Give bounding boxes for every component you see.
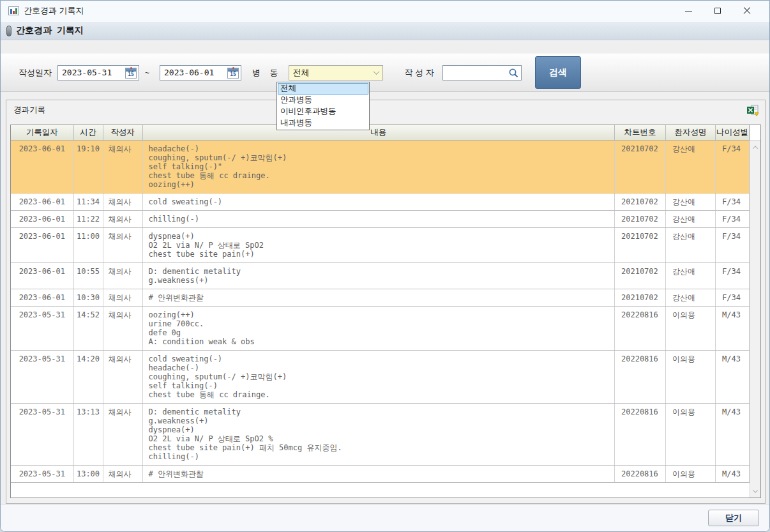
dialog-footer: 닫기: [1, 504, 769, 531]
calendar-icon[interactable]: 15: [227, 68, 239, 79]
table-row[interactable]: 2023-06-01 10:30 채의사 # 안위변화관찰 20210702 강…: [11, 289, 750, 306]
minimize-button[interactable]: [674, 1, 703, 20]
col-header-chart-no[interactable]: 차트번호: [615, 125, 666, 140]
date-range-separator: ~: [145, 68, 149, 77]
ward-selected-value: 전체: [289, 67, 370, 79]
filter-bar: 작성일자 15 ~ 15 병 동 전체 작 성 자 검색: [1, 53, 769, 92]
table-row[interactable]: 2023-05-31 14:20 채의사 cold sweating(-) he…: [11, 350, 750, 403]
page-header: 간호경과 기록지: [1, 21, 769, 40]
scrollbar-header-spacer: [750, 125, 760, 141]
date-range-label: 작성일자: [19, 67, 52, 79]
author-label: 작 성 자: [404, 67, 434, 79]
window-title: 간호경과 기록지: [24, 5, 84, 17]
app-chart-icon: [8, 6, 19, 15]
calendar-icon[interactable]: 15: [125, 68, 137, 79]
date-to-field: 15: [160, 65, 241, 80]
excel-export-icon[interactable]: [746, 104, 759, 117]
table-row[interactable]: 2023-06-01 11:34 채의사 cold sweating(-) 20…: [11, 193, 750, 210]
scroll-up-button[interactable]: [750, 142, 760, 153]
table-row[interactable]: 2023-05-31 14:52 채의사 oozing(++) urine 70…: [11, 306, 750, 350]
progress-table: 기록일자 시간 작성자 내용 차트번호 환자성명 나이성별 2023-06-01: [10, 125, 761, 498]
ward-option-ophthalmology[interactable]: 안과병동: [278, 95, 368, 106]
ward-dropdown-button[interactable]: [370, 66, 382, 80]
search-icon[interactable]: [508, 68, 519, 81]
group-title: 경과기록: [13, 105, 45, 121]
group-header: 경과기록: [6, 100, 765, 125]
table-row-selected[interactable]: 2023-06-01 19:10 채의사 headache(-) coughin…: [11, 140, 750, 193]
search-button[interactable]: 검색: [535, 56, 581, 89]
table-row[interactable]: 2023-06-01 10:55 채의사 D: dementic metalit…: [11, 262, 750, 289]
table-row[interactable]: 2023-05-31 13:13 채의사 D: dementic metalit…: [11, 403, 750, 465]
ward-option-internal[interactable]: 내과병동: [278, 118, 368, 129]
chevron-down-icon: [374, 68, 380, 75]
window-controls: [674, 1, 762, 20]
progress-record-group: 경과기록: [6, 100, 766, 504]
minimize-icon: [685, 11, 692, 11]
maximize-button[interactable]: [703, 1, 732, 20]
table-header-row: 기록일자 시간 작성자 내용 차트번호 환자성명 나이성별: [11, 125, 750, 140]
maximize-icon: [714, 8, 721, 14]
ward-select[interactable]: 전체: [289, 65, 383, 80]
col-header-author[interactable]: 작성자: [103, 125, 142, 140]
ward-option-ent[interactable]: 이비인후과병동: [278, 106, 368, 118]
date-from-field: 15: [57, 65, 139, 80]
window-titlebar: 간호경과 기록지: [1, 1, 769, 21]
col-header-time[interactable]: 시간: [73, 125, 103, 140]
ward-dropdown-list: 전체 안과병동 이비인후과병동 내과병동: [276, 82, 370, 130]
col-header-age-sex[interactable]: 나이성별: [716, 125, 750, 140]
author-search-field: [442, 65, 522, 80]
vertical-scrollbar[interactable]: [750, 125, 760, 498]
grid-area: 기록일자 시간 작성자 내용 차트번호 환자성명 나이성별 2023-06-01: [11, 125, 750, 498]
table-row[interactable]: 2023-05-31 13:00 채의사 # 안위변화관찰 20220816 이…: [11, 465, 750, 482]
chevron-down-icon: [753, 487, 758, 492]
page-title: 간호경과 기록지: [16, 25, 84, 36]
col-header-content[interactable]: 내용: [142, 125, 615, 140]
col-header-patient-name[interactable]: 환자성명: [666, 125, 716, 140]
close-icon: [743, 7, 751, 15]
close-dialog-button[interactable]: 닫기: [708, 510, 759, 526]
scroll-down-button[interactable]: [750, 485, 760, 496]
col-header-date[interactable]: 기록일자: [11, 125, 73, 140]
ward-option-all[interactable]: 전체: [278, 83, 368, 95]
chevron-up-icon: [753, 146, 758, 151]
scrollbar-track[interactable]: [750, 141, 760, 498]
ward-label: 병 동: [252, 67, 278, 79]
table-row[interactable]: 2023-06-01 11:22 채의사 chilling(-) 2021070…: [11, 210, 750, 227]
dialog-window: 간호경과 기록지 간호경과 기록지 작성일자 15 ~ 15 병 동 전체 작 …: [0, 0, 770, 532]
close-button[interactable]: [732, 1, 762, 20]
section-pill-icon: [6, 26, 11, 36]
table-row[interactable]: 2023-06-01 11:00 채의사 dyspnea(+) O2 2L vi…: [11, 227, 750, 262]
